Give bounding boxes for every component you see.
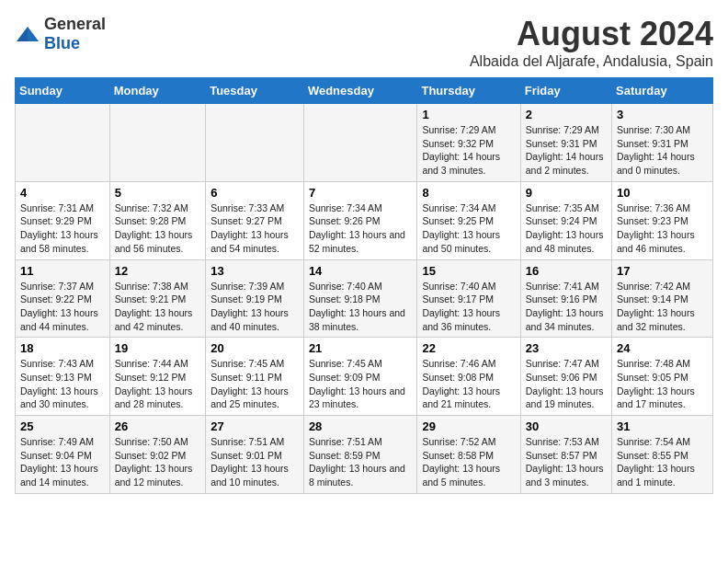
cell-info: Sunrise: 7:47 AM Sunset: 9:06 PM Dayligh… xyxy=(526,357,607,411)
cell-info: Sunrise: 7:31 AM Sunset: 9:29 PM Dayligh… xyxy=(20,201,105,256)
col-header-tuesday: Tuesday xyxy=(206,78,304,104)
calendar-cell: 23Sunrise: 7:47 AM Sunset: 9:06 PM Dayli… xyxy=(520,338,611,416)
calendar-cell xyxy=(303,104,417,182)
calendar-cell: 6Sunrise: 7:33 AM Sunset: 9:27 PM Daylig… xyxy=(206,181,304,259)
calendar-cell: 7Sunrise: 7:34 AM Sunset: 9:26 PM Daylig… xyxy=(303,181,417,259)
cell-info: Sunrise: 7:40 AM Sunset: 9:18 PM Dayligh… xyxy=(309,280,413,334)
calendar-cell: 27Sunrise: 7:51 AM Sunset: 9:01 PM Dayli… xyxy=(206,416,304,494)
calendar-cell: 11Sunrise: 7:37 AM Sunset: 9:22 PM Dayli… xyxy=(16,259,110,338)
col-header-saturday: Saturday xyxy=(612,78,713,104)
cell-info: Sunrise: 7:52 AM Sunset: 8:58 PM Dayligh… xyxy=(422,435,515,489)
logo-icon xyxy=(15,25,40,43)
calendar-cell: 26Sunrise: 7:50 AM Sunset: 9:02 PM Dayli… xyxy=(109,416,205,494)
cell-info: Sunrise: 7:34 AM Sunset: 9:25 PM Dayligh… xyxy=(422,201,515,256)
cell-info: Sunrise: 7:46 AM Sunset: 9:08 PM Dayligh… xyxy=(422,357,515,411)
calendar-cell: 30Sunrise: 7:53 AM Sunset: 8:57 PM Dayli… xyxy=(520,416,611,494)
week-row-1: 1Sunrise: 7:29 AM Sunset: 9:32 PM Daylig… xyxy=(16,104,713,182)
week-row-3: 11Sunrise: 7:37 AM Sunset: 9:22 PM Dayli… xyxy=(16,259,713,338)
day-number: 14 xyxy=(309,264,413,278)
title-area: August 2024 Albaida del Aljarafe, Andalu… xyxy=(470,15,713,70)
cell-info: Sunrise: 7:34 AM Sunset: 9:26 PM Dayligh… xyxy=(309,201,413,256)
svg-marker-1 xyxy=(28,27,39,41)
day-number: 1 xyxy=(422,108,515,121)
day-number: 24 xyxy=(617,341,708,355)
cell-info: Sunrise: 7:29 AM Sunset: 9:31 PM Dayligh… xyxy=(526,123,607,178)
cell-info: Sunrise: 7:38 AM Sunset: 9:21 PM Dayligh… xyxy=(115,280,200,334)
calendar-cell: 4Sunrise: 7:31 AM Sunset: 9:29 PM Daylig… xyxy=(16,181,110,259)
day-number: 8 xyxy=(422,186,515,200)
day-number: 13 xyxy=(210,264,299,278)
cell-info: Sunrise: 7:54 AM Sunset: 8:55 PM Dayligh… xyxy=(617,435,708,489)
day-number: 10 xyxy=(617,186,708,200)
calendar-table: SundayMondayTuesdayWednesdayThursdayFrid… xyxy=(15,77,713,494)
week-row-5: 25Sunrise: 7:49 AM Sunset: 9:04 PM Dayli… xyxy=(16,416,713,494)
day-number: 3 xyxy=(617,108,708,121)
day-number: 31 xyxy=(617,419,708,433)
calendar-cell: 31Sunrise: 7:54 AM Sunset: 8:55 PM Dayli… xyxy=(612,416,713,494)
calendar-cell: 18Sunrise: 7:43 AM Sunset: 9:13 PM Dayli… xyxy=(16,338,110,416)
col-header-wednesday: Wednesday xyxy=(303,78,417,104)
day-number: 9 xyxy=(526,186,607,200)
calendar-cell: 5Sunrise: 7:32 AM Sunset: 9:28 PM Daylig… xyxy=(109,181,205,259)
cell-info: Sunrise: 7:50 AM Sunset: 9:02 PM Dayligh… xyxy=(115,435,200,489)
cell-info: Sunrise: 7:40 AM Sunset: 9:17 PM Dayligh… xyxy=(422,280,515,334)
calendar-cell: 15Sunrise: 7:40 AM Sunset: 9:17 PM Dayli… xyxy=(417,259,520,338)
cell-info: Sunrise: 7:29 AM Sunset: 9:32 PM Dayligh… xyxy=(422,123,515,178)
calendar-cell xyxy=(206,104,304,182)
cell-info: Sunrise: 7:41 AM Sunset: 9:16 PM Dayligh… xyxy=(526,280,607,334)
page-header: General Blue August 2024 Albaida del Alj… xyxy=(15,15,713,70)
day-number: 22 xyxy=(422,341,515,355)
day-number: 30 xyxy=(526,419,607,433)
day-number: 18 xyxy=(20,341,105,355)
calendar-cell: 9Sunrise: 7:35 AM Sunset: 9:24 PM Daylig… xyxy=(520,181,611,259)
calendar-cell xyxy=(109,104,205,182)
calendar-cell: 24Sunrise: 7:48 AM Sunset: 9:05 PM Dayli… xyxy=(612,338,713,416)
calendar-cell: 10Sunrise: 7:36 AM Sunset: 9:23 PM Dayli… xyxy=(612,181,713,259)
day-number: 2 xyxy=(526,108,607,121)
cell-info: Sunrise: 7:30 AM Sunset: 9:31 PM Dayligh… xyxy=(617,123,708,178)
col-header-sunday: Sunday xyxy=(16,78,110,104)
week-row-2: 4Sunrise: 7:31 AM Sunset: 9:29 PM Daylig… xyxy=(16,181,713,259)
cell-info: Sunrise: 7:53 AM Sunset: 8:57 PM Dayligh… xyxy=(526,435,607,489)
calendar-cell: 20Sunrise: 7:45 AM Sunset: 9:11 PM Dayli… xyxy=(206,338,304,416)
calendar-cell: 14Sunrise: 7:40 AM Sunset: 9:18 PM Dayli… xyxy=(303,259,417,338)
day-number: 27 xyxy=(210,419,299,433)
day-number: 7 xyxy=(309,186,413,200)
calendar-cell: 16Sunrise: 7:41 AM Sunset: 9:16 PM Dayli… xyxy=(520,259,611,338)
calendar-cell: 21Sunrise: 7:45 AM Sunset: 9:09 PM Dayli… xyxy=(303,338,417,416)
calendar-cell: 1Sunrise: 7:29 AM Sunset: 9:32 PM Daylig… xyxy=(417,104,520,182)
calendar-cell: 2Sunrise: 7:29 AM Sunset: 9:31 PM Daylig… xyxy=(520,104,611,182)
cell-info: Sunrise: 7:37 AM Sunset: 9:22 PM Dayligh… xyxy=(20,280,105,334)
day-number: 21 xyxy=(309,341,413,355)
calendar-cell: 8Sunrise: 7:34 AM Sunset: 9:25 PM Daylig… xyxy=(417,181,520,259)
cell-info: Sunrise: 7:44 AM Sunset: 9:12 PM Dayligh… xyxy=(115,357,200,411)
day-number: 16 xyxy=(526,264,607,278)
col-header-monday: Monday xyxy=(109,78,205,104)
calendar-cell: 3Sunrise: 7:30 AM Sunset: 9:31 PM Daylig… xyxy=(612,104,713,182)
cell-info: Sunrise: 7:51 AM Sunset: 9:01 PM Dayligh… xyxy=(210,435,299,489)
day-number: 23 xyxy=(526,341,607,355)
cell-info: Sunrise: 7:51 AM Sunset: 8:59 PM Dayligh… xyxy=(309,435,413,489)
subtitle: Albaida del Aljarafe, Andalusia, Spain xyxy=(470,53,713,70)
cell-info: Sunrise: 7:45 AM Sunset: 9:09 PM Dayligh… xyxy=(309,357,413,411)
logo-general: General xyxy=(44,15,106,33)
calendar-cell: 25Sunrise: 7:49 AM Sunset: 9:04 PM Dayli… xyxy=(16,416,110,494)
cell-info: Sunrise: 7:45 AM Sunset: 9:11 PM Dayligh… xyxy=(210,357,299,411)
day-number: 15 xyxy=(422,264,515,278)
day-number: 26 xyxy=(115,419,200,433)
calendar-cell: 12Sunrise: 7:38 AM Sunset: 9:21 PM Dayli… xyxy=(109,259,205,338)
col-header-friday: Friday xyxy=(520,78,611,104)
cell-info: Sunrise: 7:33 AM Sunset: 9:27 PM Dayligh… xyxy=(210,201,299,256)
cell-info: Sunrise: 7:39 AM Sunset: 9:19 PM Dayligh… xyxy=(210,280,299,334)
day-number: 11 xyxy=(20,264,105,278)
day-number: 4 xyxy=(20,186,105,200)
col-header-thursday: Thursday xyxy=(417,78,520,104)
logo: General Blue xyxy=(15,15,106,53)
calendar-cell: 28Sunrise: 7:51 AM Sunset: 8:59 PM Dayli… xyxy=(303,416,417,494)
cell-info: Sunrise: 7:48 AM Sunset: 9:05 PM Dayligh… xyxy=(617,357,708,411)
day-number: 29 xyxy=(422,419,515,433)
day-number: 25 xyxy=(20,419,105,433)
day-number: 5 xyxy=(115,186,200,200)
day-number: 28 xyxy=(309,419,413,433)
cell-info: Sunrise: 7:43 AM Sunset: 9:13 PM Dayligh… xyxy=(20,357,105,411)
